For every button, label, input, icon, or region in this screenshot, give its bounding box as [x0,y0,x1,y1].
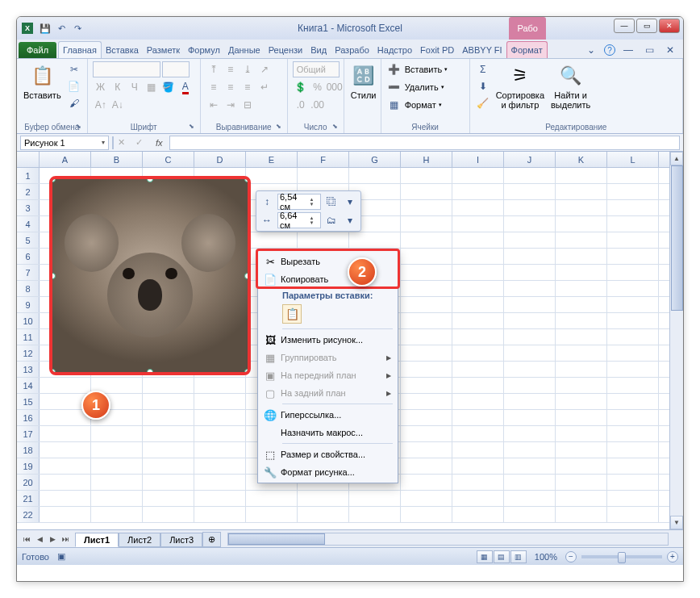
resize-handle-e[interactable] [244,273,251,279]
cell[interactable] [401,168,452,183]
cell[interactable] [401,184,452,199]
tab-developer[interactable]: Разрабо [331,42,373,58]
cell[interactable] [349,232,401,248]
tab-format[interactable]: Формат [506,41,548,58]
indent-dec-icon[interactable]: ⇤ [206,97,222,113]
cancel-formula-icon[interactable]: ✕ [114,137,128,148]
row-header[interactable]: 7 [17,265,40,280]
cell[interactable] [607,281,659,296]
cell[interactable] [504,265,556,280]
font-name-combo[interactable] [93,61,160,77]
font-color-button[interactable]: A [177,79,194,95]
cell[interactable] [91,442,143,458]
cell[interactable] [504,362,556,377]
cell[interactable] [556,249,607,264]
cell[interactable] [504,232,556,248]
cell[interactable] [143,378,194,393]
col-header[interactable]: K [556,152,607,167]
number-format-combo[interactable]: Общий [293,61,340,77]
row-header[interactable]: 16 [17,410,40,425]
mini-chevron-icon[interactable]: ▾ [342,212,358,228]
cell[interactable] [556,426,607,441]
resize-handle-s[interactable] [147,369,153,375]
row-header[interactable]: 11 [17,329,40,345]
cell[interactable] [504,329,556,345]
cell[interactable] [607,200,659,215]
cell[interactable] [607,313,659,328]
cell[interactable] [504,442,556,458]
cell[interactable] [452,458,504,474]
tab-home[interactable]: Главная [58,41,102,58]
cell[interactable] [556,232,607,248]
cell[interactable] [40,507,91,522]
cell[interactable] [401,200,452,215]
cell[interactable] [452,475,504,490]
cell[interactable] [607,216,659,232]
tab-formulas[interactable]: Формул [184,42,224,58]
col-header[interactable]: L [607,152,659,167]
scroll-up-icon[interactable]: ▲ [670,152,683,165]
cell[interactable] [91,491,143,506]
cell[interactable] [556,458,607,474]
cell[interactable] [194,442,246,458]
thousands-icon[interactable]: 000 [327,79,343,95]
cell[interactable] [452,297,504,312]
cell[interactable] [401,507,452,522]
format-cells-button[interactable]: Формат [405,100,436,110]
cell[interactable] [401,329,452,345]
sheet-tab-2[interactable]: Лист2 [119,533,160,547]
align-bottom-icon[interactable]: ⤓ [240,61,256,77]
cell[interactable] [143,426,194,441]
cell[interactable] [452,426,504,441]
cell[interactable] [556,265,607,280]
indent-inc-icon[interactable]: ⇥ [223,97,239,113]
sheet-nav-prev-icon[interactable]: ◀ [33,533,46,546]
cell[interactable] [607,232,659,248]
cell[interactable] [607,297,659,312]
width-input[interactable]: 6,64 см ▲▼ [277,212,321,228]
col-header[interactable]: D [194,152,246,167]
row-header[interactable]: 12 [17,345,40,361]
name-box[interactable]: Рисунок 1 ▾ [20,136,109,150]
ctx-format-picture[interactable]: 🔧 Формат рисунка... [260,463,396,481]
select-all-button[interactable] [17,152,40,167]
cell[interactable] [452,168,504,183]
cell[interactable] [452,313,504,328]
cell[interactable] [194,410,246,425]
enter-formula-icon[interactable]: ✓ [131,137,146,148]
view-page-layout-button[interactable]: ▤ [494,550,510,563]
doc-restore-icon[interactable]: ▭ [641,42,657,58]
row-header[interactable]: 14 [17,378,40,393]
cell[interactable] [556,362,607,377]
cell[interactable] [504,297,556,312]
cell[interactable] [401,362,452,377]
tab-abbyy[interactable]: ABBYY FI [458,42,506,58]
cell[interactable] [194,394,246,409]
vertical-scrollbar[interactable]: ▲ ▼ [669,152,683,529]
merge-icon[interactable]: ⊟ [240,97,256,113]
cell[interactable] [607,265,659,280]
file-tab[interactable]: Файл [19,42,56,58]
cell[interactable] [607,168,659,183]
cell[interactable] [504,345,556,361]
cell[interactable] [607,345,659,361]
cell[interactable] [452,184,504,199]
cell[interactable] [452,281,504,296]
styles-button[interactable]: 🔠 Стили [349,61,378,102]
paste-button[interactable]: 📋 Вставить [22,61,63,102]
col-header[interactable]: H [401,152,452,167]
doc-minimize-icon[interactable]: — [620,42,636,58]
help-icon[interactable]: ? [604,44,615,56]
italic-button[interactable]: К [110,79,126,95]
cell[interactable] [556,378,607,393]
tab-addins[interactable]: Надстро [373,42,416,58]
cell[interactable] [401,410,452,425]
cell[interactable] [452,410,504,425]
cell[interactable] [401,491,452,506]
row-header[interactable]: 1 [17,168,40,183]
cell[interactable] [452,491,504,506]
insert-cells-button[interactable]: Вставить [405,65,443,74]
cell[interactable] [504,426,556,441]
cell[interactable] [91,458,143,474]
cell[interactable] [452,362,504,377]
